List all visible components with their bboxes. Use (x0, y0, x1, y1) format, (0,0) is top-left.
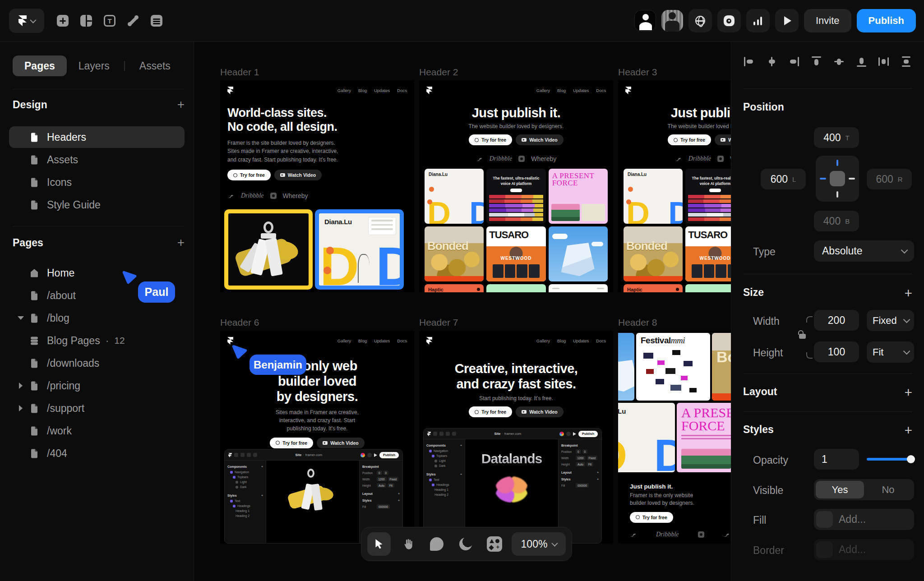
mock-nav: Gallery Blog Updates Docs (419, 331, 613, 345)
align-left-button[interactable] (743, 55, 755, 68)
frame-canvas[interactable]: Gallery Blog Updates Docs Just publish i… (618, 80, 731, 292)
comment-tool-button[interactable] (425, 532, 448, 556)
add-layout-button[interactable]: + (904, 385, 912, 400)
zoom-control[interactable]: 100% (512, 532, 566, 556)
sidebar-item-support[interactable]: /support (9, 397, 185, 419)
cms-tool-icon[interactable] (151, 15, 162, 27)
frame-canvas[interactable]: Gallery Blog Updates Docs Just publish i… (419, 80, 613, 292)
nav-link: Gallery (337, 88, 351, 93)
tab-layers[interactable]: Layers (67, 55, 121, 76)
frame-label[interactable]: Header 6 (220, 317, 414, 328)
chevron-down-icon[interactable] (16, 316, 25, 320)
watch-video-pill: Watch Video (317, 438, 364, 448)
position-section-title: Position (743, 101, 912, 113)
insert-tool-icon[interactable] (57, 15, 69, 27)
frame-canvas[interactable]: Gallery Blog Updates Docs World-class si… (220, 80, 414, 292)
watch-video-pill: Watch Video (715, 134, 731, 145)
slider-knob[interactable] (907, 455, 915, 463)
sidebar-item-home[interactable]: Home (9, 262, 185, 284)
frame-label[interactable]: Header 1 (220, 67, 414, 78)
add-size-button[interactable]: + (904, 286, 912, 301)
pages-section-title: Pages (13, 237, 43, 249)
design-canvas[interactable]: Header 1 Gallery Blog Updates Docs World… (194, 42, 731, 581)
frame-label[interactable]: Header 3 (618, 67, 731, 78)
sidebar-item-blog-pages[interactable]: Blog Pages · 12 (9, 330, 185, 351)
width-label: Width (753, 315, 780, 327)
visible-no-option[interactable]: No (864, 481, 912, 498)
layout-tool-icon[interactable] (80, 15, 92, 27)
add-page-button[interactable]: + (177, 236, 185, 249)
align-bottom-button[interactable] (855, 55, 868, 68)
fill-swatch[interactable] (816, 511, 833, 528)
align-center-horizontal-button[interactable] (766, 55, 778, 68)
collaborator-avatar[interactable] (634, 10, 656, 32)
canvas-tools: T (57, 15, 162, 27)
chevron-down-icon (901, 247, 908, 254)
text-tool-icon[interactable]: T (104, 15, 116, 27)
components-shapes-button[interactable]: + (483, 532, 506, 556)
try-free-pill: Try for free (469, 406, 512, 417)
sidebar-item-headers[interactable]: Headers (9, 126, 185, 148)
chevron-right-icon[interactable] (16, 405, 25, 411)
frame-canvas[interactable]: Festivalmmi Bonded Diana.LuDD A PRESEFOR… (618, 331, 731, 544)
fill-add-control[interactable]: Add... (814, 509, 914, 530)
height-mode-dropdown[interactable]: Fit (867, 341, 914, 363)
tab-assets[interactable]: Assets (128, 55, 182, 76)
preview-button[interactable] (775, 9, 799, 32)
sidebar-item-downloads[interactable]: /downloads (9, 352, 185, 374)
chevron-right-icon[interactable] (16, 383, 25, 389)
dark-mode-toggle[interactable] (454, 532, 477, 556)
border-add-control[interactable]: Add... (814, 539, 914, 560)
add-design-page-button[interactable]: + (177, 98, 185, 111)
position-type-dropdown[interactable]: Absolute (814, 240, 914, 262)
width-input[interactable]: 200 (814, 310, 859, 331)
align-right-button[interactable] (788, 55, 800, 68)
sidebar-item-pricing[interactable]: /pricing (9, 375, 185, 397)
tab-pages[interactable]: Pages (13, 55, 67, 76)
pan-tool-button[interactable] (396, 532, 420, 556)
align-top-button[interactable] (810, 55, 822, 68)
height-input[interactable]: 100 (814, 341, 859, 362)
sidebar-item-assets[interactable]: Assets (9, 149, 185, 171)
opacity-input[interactable]: 1 (814, 449, 859, 470)
width-mode-dropdown[interactable]: Fixed (867, 310, 914, 331)
add-style-button[interactable]: + (904, 423, 912, 438)
sidebar-item-icons[interactable]: Icons (9, 171, 185, 193)
vector-tool-icon[interactable] (127, 15, 139, 27)
distribute-vertical-button[interactable] (900, 55, 912, 68)
distribute-horizontal-button[interactable] (878, 55, 890, 68)
user-avatar[interactable] (661, 10, 683, 32)
sidebar-item-404[interactable]: /404 (9, 443, 185, 464)
sidebar-item-work[interactable]: /work (9, 420, 185, 442)
frame-label[interactable]: Header 2 (419, 67, 613, 78)
publish-button[interactable]: Publish (857, 9, 916, 32)
position-right-input[interactable]: 600R (867, 169, 912, 189)
frame-canvas[interactable]: Gallery Blog Updates Docs Creative, inte… (419, 331, 613, 544)
visible-label: Visible (753, 484, 783, 497)
position-bottom-input[interactable]: 400B (814, 211, 859, 231)
frame-canvas[interactable]: Gallery Blog Updates Docs The only web b… (220, 331, 414, 544)
invite-button[interactable]: Invite (804, 9, 851, 32)
decor: D (376, 235, 400, 286)
position-top-input[interactable]: 400T (814, 127, 859, 148)
framer-menu-button[interactable] (9, 9, 44, 33)
frame-label[interactable]: Header 7 (419, 317, 613, 328)
analytics-button[interactable] (746, 9, 770, 32)
plugins-button[interactable] (717, 9, 741, 32)
opacity-slider[interactable] (867, 458, 914, 461)
nav-link: Blog (557, 88, 566, 93)
align-center-vertical-button[interactable] (833, 55, 845, 68)
border-swatch[interactable] (816, 541, 833, 558)
size-link-toggle[interactable] (799, 313, 813, 362)
select-tool-button[interactable] (367, 532, 391, 556)
sidebar-item-blog[interactable]: /blog (9, 307, 185, 329)
position-anchor-widget[interactable] (816, 156, 859, 202)
sidebar-item-about[interactable]: /about (9, 285, 185, 306)
sidebar-item-style-guide[interactable]: Style Guide (9, 194, 185, 216)
topbar: T Invite Publish (0, 0, 924, 42)
position-left-input[interactable]: 600L (761, 169, 806, 189)
visible-yes-option[interactable]: Yes (816, 481, 864, 498)
site-settings-button[interactable] (688, 9, 712, 32)
page-icon (29, 425, 40, 436)
frame-label[interactable]: Header 8 (618, 317, 731, 328)
